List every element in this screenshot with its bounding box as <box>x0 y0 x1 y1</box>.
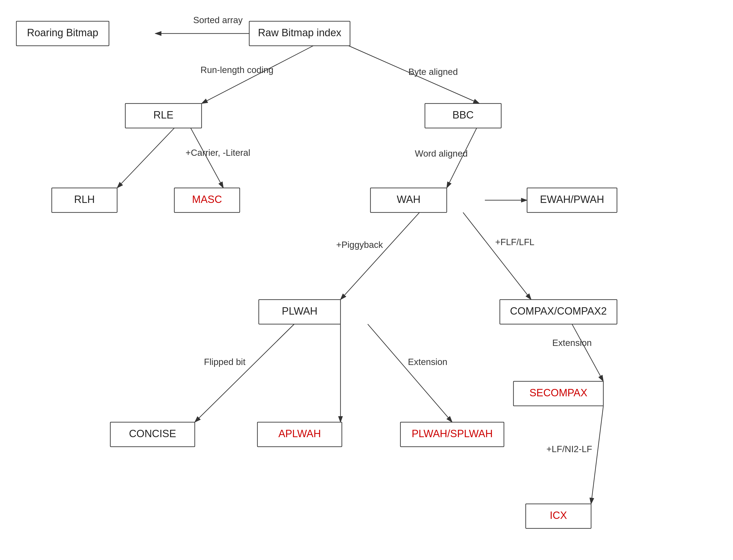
edge-label-flflfl: +FLF/LFL <box>495 237 534 247</box>
edge-compax-secompax <box>572 324 603 381</box>
edge-plwah-concise <box>195 324 294 422</box>
node-icx-label: ICX <box>550 510 567 521</box>
diagram: Sorted array Run-length coding Byte alig… <box>0 0 733 560</box>
edge-rle-masc <box>191 128 223 188</box>
node-ewah-label: EWAH/PWAH <box>540 194 604 205</box>
edge-label-flippedbit: Flipped bit <box>204 357 245 367</box>
edge-label-extension1: Extension <box>408 357 448 367</box>
node-aplwah-label: APLWAH <box>278 428 321 439</box>
node-plwah-label: PLWAH <box>282 305 318 317</box>
edge-label-runlength: Run-length coding <box>200 65 273 75</box>
node-compax-label: COMPAX/COMPAX2 <box>510 305 607 317</box>
node-secompax-label: SECOMPAX <box>530 387 588 398</box>
node-concise-label: CONCISE <box>129 428 176 439</box>
node-masc-label: MASC <box>192 194 222 205</box>
edge-label-extension2: Extension <box>552 338 592 348</box>
edge-label-bytealigned: Byte aligned <box>408 67 458 77</box>
node-rle-label: RLE <box>153 109 174 121</box>
edge-plwah-splwah <box>368 324 452 422</box>
node-roaring-bitmap-label: Roaring Bitmap <box>27 27 98 38</box>
node-plwah-splwah-label: PLWAH/SPLWAH <box>412 428 493 439</box>
node-wah-label: WAH <box>397 194 420 205</box>
node-rlh-label: RLH <box>74 194 95 205</box>
edge-rle-rlh <box>117 128 174 188</box>
node-bbc-label: BBC <box>452 109 474 121</box>
edge-label-carrier: +Carrier, -Literal <box>185 148 250 158</box>
edge-wah-plwah <box>340 212 419 300</box>
edge-label-sorted-array: Sorted array <box>193 15 243 25</box>
node-raw-bitmap-label: Raw Bitmap index <box>258 27 341 38</box>
edge-label-lfni2: +LF/NI2-LF <box>546 444 592 454</box>
edge-label-wordaligned: Word aligned <box>415 148 468 159</box>
edge-secompax-icx <box>591 406 603 504</box>
edge-label-piggyback: +Piggyback <box>336 240 383 250</box>
edge-wah-compax <box>463 212 531 300</box>
